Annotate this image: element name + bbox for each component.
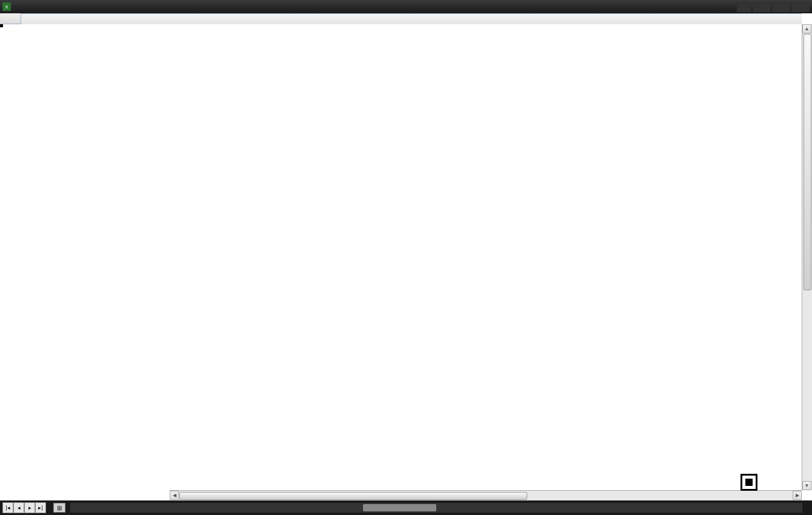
vertical-scrollbar[interactable]: ▲ ▼: [802, 24, 812, 490]
tab-last-button[interactable]: ▸|: [35, 502, 46, 513]
tab-prev-button[interactable]: ◂: [13, 502, 24, 513]
new-sheet-button[interactable]: ⊞: [53, 503, 65, 513]
scroll-up-icon[interactable]: ▲: [802, 24, 811, 33]
tabbar-scroll-thumb[interactable]: [363, 504, 436, 511]
minimize-button[interactable]: [753, 1, 771, 12]
scroll-right-icon[interactable]: ▶: [793, 491, 802, 500]
vertical-scroll-thumb[interactable]: [804, 34, 811, 290]
column-headers: [21, 13, 802, 24]
dropdown-button[interactable]: [737, 1, 751, 12]
close-button[interactable]: [791, 1, 810, 12]
spreadsheet-area: ▲ ▼ ◀ ▶: [0, 13, 812, 500]
tab-first-button[interactable]: |◂: [2, 502, 13, 513]
horizontal-scroll-thumb[interactable]: [179, 492, 527, 500]
tab-nav: |◂ ◂ ▸ ▸|: [0, 502, 48, 513]
tab-next-button[interactable]: ▸: [24, 502, 35, 513]
scroll-left-icon[interactable]: ◀: [170, 491, 179, 500]
scroll-down-icon[interactable]: ▼: [802, 481, 811, 490]
resize-badge-icon: [740, 474, 757, 491]
app-icon: X: [2, 2, 11, 11]
active-cell-cursor: [0, 24, 2, 27]
tabbar-scroll[interactable]: [70, 503, 802, 513]
titlebar: X: [0, 0, 812, 13]
horizontal-scrollbar[interactable]: ◀ ▶: [170, 490, 802, 500]
select-all-corner[interactable]: [0, 13, 21, 24]
sheet-tabs-row: |◂ ◂ ▸ ▸| ⊞: [0, 500, 812, 515]
maximize-button[interactable]: [772, 1, 790, 12]
